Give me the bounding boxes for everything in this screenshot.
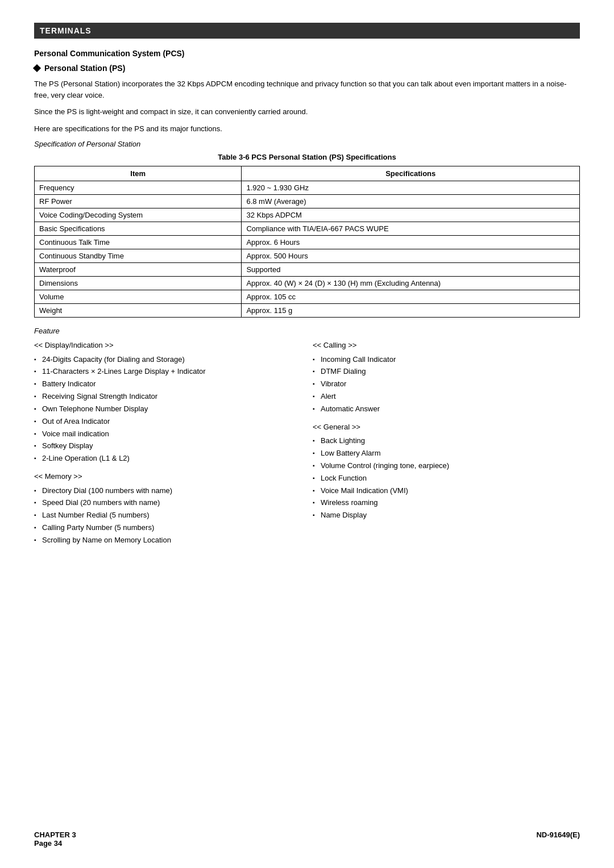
bullet-list: Incoming Call IndicatorDTMF DialingVibra… bbox=[313, 354, 580, 415]
table-row: WaterproofSupported bbox=[35, 263, 580, 277]
table-row: WeightApprox. 115 g bbox=[35, 304, 580, 318]
subsection-label: Personal Station (PS) bbox=[44, 64, 125, 73]
table-row: VolumeApprox. 105 cc bbox=[35, 290, 580, 304]
header-title: TERMINALS bbox=[40, 26, 92, 35]
table-cell-spec: Supported bbox=[242, 263, 580, 277]
section-header: TERMINALS bbox=[34, 23, 580, 39]
bullet-list: Back LightingLow Battery AlarmVolume Con… bbox=[313, 436, 580, 521]
feature-section: Feature << Display/Indication >>24-Digit… bbox=[34, 327, 580, 553]
feature-col-left: << Display/Indication >>24-Digits Capaci… bbox=[34, 340, 313, 553]
list-item: Name Display bbox=[313, 510, 580, 521]
table-cell-spec: 32 Kbps ADPCM bbox=[242, 208, 580, 222]
table-cell-item: Frequency bbox=[35, 181, 242, 195]
table-row: RF Power6.8 mW (Average) bbox=[35, 195, 580, 208]
list-item: Softkey Display bbox=[34, 441, 301, 452]
footer-chapter: CHAPTER 3 bbox=[34, 831, 76, 839]
list-item: 2-Line Operation (L1 & L2) bbox=[34, 453, 301, 464]
list-item: Incoming Call Indicator bbox=[313, 354, 580, 365]
col-header-item: Item bbox=[35, 166, 242, 181]
list-item: Vibrator bbox=[313, 379, 580, 390]
list-item: Speed Dial (20 numbers with name) bbox=[34, 498, 301, 508]
table-cell-item: Dimensions bbox=[35, 277, 242, 290]
feature-col-right: << Calling >>Incoming Call IndicatorDTMF… bbox=[313, 340, 580, 553]
table-cell-item: Waterproof bbox=[35, 263, 242, 277]
list-item: Lock Function bbox=[313, 473, 580, 484]
table-cell-spec: Approx. 500 Hours bbox=[242, 249, 580, 263]
table-cell-item: RF Power bbox=[35, 195, 242, 208]
table-cell-item: Voice Coding/Decoding System bbox=[35, 208, 242, 222]
list-item: Directory Dial (100 numbers with name) bbox=[34, 486, 301, 496]
list-item: Out of Area Indicator bbox=[34, 416, 301, 427]
list-item: Last Number Redial (5 numbers) bbox=[34, 510, 301, 521]
footer: CHAPTER 3 Page 34 ND-91649(E) bbox=[34, 831, 580, 848]
table-cell-spec: Compliance with TIA/EIA-667 PACS WUPE bbox=[242, 222, 580, 236]
list-item: 24-Digits Capacity (for Dialing and Stor… bbox=[34, 354, 301, 365]
paragraph-3: Here are specifications for the PS and i… bbox=[34, 123, 580, 135]
section-title: Personal Communication System (PCS) bbox=[34, 49, 580, 58]
col-header-specs: Specifications bbox=[242, 166, 580, 181]
feature-label: Feature bbox=[34, 327, 580, 335]
table-row: Voice Coding/Decoding System32 Kbps ADPC… bbox=[35, 208, 580, 222]
table-cell-spec: 1.920 ~ 1.930 GHz bbox=[242, 181, 580, 195]
table-cell-item: Continuous Talk Time bbox=[35, 236, 242, 249]
list-item: Alert bbox=[313, 391, 580, 402]
list-item: Receiving Signal Strength Indicator bbox=[34, 391, 301, 402]
feature-group-label: << General >> bbox=[313, 422, 580, 433]
bullet-list: Directory Dial (100 numbers with name)Sp… bbox=[34, 486, 301, 546]
diamond-icon bbox=[33, 64, 41, 72]
list-item: Battery Indicator bbox=[34, 379, 301, 390]
table-cell-item: Weight bbox=[35, 304, 242, 318]
bullet-list: 24-Digits Capacity (for Dialing and Stor… bbox=[34, 354, 301, 465]
list-item: Wireless roaming bbox=[313, 498, 580, 508]
list-item: Calling Party Number (5 numbers) bbox=[34, 523, 301, 533]
list-item: Back Lighting bbox=[313, 436, 580, 446]
footer-page: Page 34 bbox=[34, 839, 76, 848]
table-cell-item: Volume bbox=[35, 290, 242, 304]
list-item: Automatic Answer bbox=[313, 404, 580, 415]
list-item: DTMF Dialing bbox=[313, 366, 580, 377]
table-cell-item: Continuous Standby Time bbox=[35, 249, 242, 263]
paragraph-1: The PS (Personal Station) incorporates t… bbox=[34, 78, 580, 101]
table-row: Continuous Talk TimeApprox. 6 Hours bbox=[35, 236, 580, 249]
table-row: Frequency1.920 ~ 1.930 GHz bbox=[35, 181, 580, 195]
list-item: Own Telephone Number Display bbox=[34, 404, 301, 415]
table-cell-spec: Approx. 6 Hours bbox=[242, 236, 580, 249]
table-row: DimensionsApprox. 40 (W) × 24 (D) × 130 … bbox=[35, 277, 580, 290]
table-title: Table 3-6 PCS Personal Station (PS) Spec… bbox=[34, 153, 580, 161]
feature-columns: << Display/Indication >>24-Digits Capaci… bbox=[34, 340, 580, 553]
table-cell-spec: Approx. 40 (W) × 24 (D) × 130 (H) mm (Ex… bbox=[242, 277, 580, 290]
list-item: Scrolling by Name on Memory Location bbox=[34, 535, 301, 546]
footer-left: CHAPTER 3 Page 34 bbox=[34, 831, 76, 848]
feature-group-label: << Calling >> bbox=[313, 340, 580, 351]
spec-label: Specification of Personal Station bbox=[34, 140, 580, 148]
table-row: Basic SpecificationsCompliance with TIA/… bbox=[35, 222, 580, 236]
feature-group-label: << Display/Indication >> bbox=[34, 340, 301, 351]
list-item: 11-Characters × 2-Lines Large Display + … bbox=[34, 366, 301, 377]
footer-doc: ND-91649(E) bbox=[536, 831, 580, 848]
table-cell-item: Basic Specifications bbox=[35, 222, 242, 236]
table-cell-spec: Approx. 115 g bbox=[242, 304, 580, 318]
table-cell-spec: Approx. 105 cc bbox=[242, 290, 580, 304]
feature-group-label: << Memory >> bbox=[34, 471, 301, 482]
table-cell-spec: 6.8 mW (Average) bbox=[242, 195, 580, 208]
table-row: Continuous Standby TimeApprox. 500 Hours bbox=[35, 249, 580, 263]
list-item: Volume Control (ringing tone, earpiece) bbox=[313, 461, 580, 471]
list-item: Voice Mail Indication (VMI) bbox=[313, 486, 580, 496]
list-item: Voice mail indication bbox=[34, 429, 301, 440]
list-item: Low Battery Alarm bbox=[313, 448, 580, 459]
paragraph-2: Since the PS is light-weight and compact… bbox=[34, 106, 580, 118]
specs-table: Item Specifications Frequency1.920 ~ 1.9… bbox=[34, 166, 580, 318]
subsection-title: Personal Station (PS) bbox=[34, 64, 580, 73]
